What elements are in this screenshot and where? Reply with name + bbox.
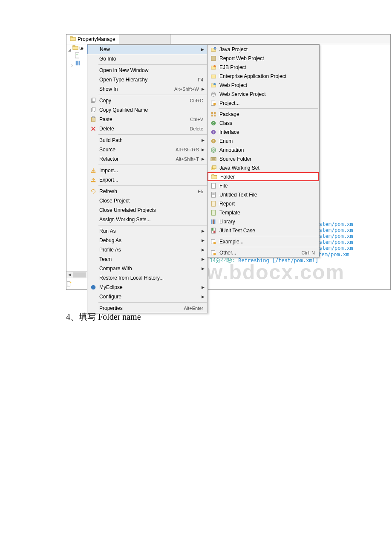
package-explorer[interactable]: te [66, 44, 87, 279]
tree-expand-icon[interactable] [71, 62, 74, 65]
menu-configure[interactable]: Configure▶ [87, 292, 208, 301]
svg-rect-17 [92, 117, 94, 118]
enum-icon: E [209, 138, 218, 144]
console-line: stem/pom.xm [319, 239, 353, 245]
menu-source[interactable]: Source Alt+Shift+S▶ [87, 145, 208, 154]
menu-import[interactable]: Import... [87, 166, 208, 175]
editor-tab-inactive[interactable] [119, 35, 171, 44]
svg-rect-6 [76, 55, 78, 55]
svg-rect-48 [212, 158, 215, 160]
menu-compare-with[interactable]: Compare With▶ [87, 264, 208, 273]
menu-delete[interactable]: Delete Delete [87, 124, 208, 133]
editor-tab[interactable]: PropertyManage [66, 35, 119, 44]
submenu-annotation[interactable]: @ Annotation [208, 145, 319, 154]
submenu-other[interactable]: Other... Ctrl+N [208, 248, 319, 257]
console-line: stem/pom.xm [319, 233, 353, 239]
svg-rect-3 [73, 45, 75, 46]
submenu-junit[interactable]: JUnit Test Case [208, 226, 319, 235]
scroll-left-icon[interactable]: ◀ [66, 272, 72, 278]
svg-rect-10 [67, 281, 70, 286]
svg-rect-64 [213, 231, 215, 233]
menu-refresh[interactable]: Refresh F5 [87, 187, 208, 196]
svg-rect-37 [211, 114, 213, 116]
menu-run-as[interactable]: Run As▶ [87, 226, 208, 236]
report-project-icon [209, 55, 218, 61]
file-icon [209, 183, 218, 189]
svg-rect-57 [212, 201, 216, 206]
menu-go-into[interactable]: Go Into [87, 54, 208, 64]
svg-text:@: @ [212, 148, 215, 151]
submenu-package[interactable]: Package [208, 110, 319, 119]
submenu-enterprise-app[interactable]: Enterprise Application Project [208, 72, 319, 81]
submenu-template[interactable]: Template [208, 208, 319, 217]
svg-rect-50 [212, 165, 216, 168]
menu-build-path[interactable]: Build Path▶ [87, 136, 208, 145]
menu-restore-history[interactable]: Restore from Local History... [87, 273, 208, 283]
package-icon [209, 111, 218, 117]
svg-rect-7 [76, 61, 77, 65]
console-line: stem/pom.xm [319, 245, 353, 251]
svg-rect-66 [213, 242, 216, 244]
svg-rect-21 [91, 181, 96, 182]
svg-rect-35 [211, 112, 213, 113]
menu-assign-working-sets[interactable]: Assign Working Sets... [87, 215, 208, 224]
svg-rect-53 [212, 183, 216, 188]
menu-copy[interactable]: Copy Ctrl+C [87, 96, 208, 105]
menu-close-unrelated[interactable]: Close Unrelated Projects [87, 205, 208, 215]
report-icon [209, 201, 218, 207]
context-menu: New ▶ Go Into Open in New Window Open Ty… [87, 44, 208, 313]
submenu-project[interactable]: Project... [208, 98, 319, 107]
submenu-file[interactable]: File [208, 181, 319, 190]
submenu-enum[interactable]: E Enum [208, 136, 319, 145]
menu-myeclipse[interactable]: MyEclipse▶ [87, 283, 208, 292]
copy-qualified-icon [89, 107, 98, 113]
svg-rect-9 [79, 61, 80, 65]
menu-open-type-hierarchy[interactable]: Open Type Hierarchy F4 [87, 75, 208, 84]
library-icon [209, 219, 218, 225]
menu-copy-qualified[interactable]: Copy Qualified Name [87, 105, 208, 115]
submenu-source-folder[interactable]: Source Folder [208, 154, 319, 163]
tree-collapse-icon[interactable] [68, 46, 72, 50]
menu-profile-as[interactable]: Profile As▶ [87, 245, 208, 254]
submenu-java-working-set[interactable]: Java Working Set [208, 163, 319, 172]
menu-team[interactable]: Team▶ [87, 254, 208, 264]
submenu-example[interactable]: Example... [208, 237, 319, 246]
svg-text:C: C [212, 121, 214, 124]
import-icon [89, 168, 98, 173]
export-icon [89, 177, 98, 183]
submenu-untitled-text[interactable]: Untitled Text File [208, 190, 319, 199]
editor-tab-bar: PropertyManage [66, 35, 390, 44]
svg-point-22 [91, 285, 96, 290]
junit-icon [209, 228, 218, 234]
interface-icon: I [209, 129, 218, 135]
menu-paste[interactable]: Paste Ctrl+V [87, 115, 208, 124]
wizard-icon[interactable] [66, 281, 72, 288]
library-icon [75, 60, 81, 67]
menu-debug-as[interactable]: Debug As▶ [87, 236, 208, 245]
menu-show-in[interactable]: Show In Alt+Shift+W▶ [87, 84, 208, 94]
menu-new[interactable]: New ▶ [87, 45, 208, 54]
svg-text:J: J [214, 47, 215, 49]
menu-open-new-window[interactable]: Open in New Window [87, 66, 208, 75]
submenu-web-service-project[interactable]: Web Service Project [208, 90, 319, 98]
submenu-interface[interactable]: I Interface [208, 127, 319, 136]
svg-rect-1 [70, 36, 72, 38]
svg-point-11 [70, 281, 72, 283]
menu-export[interactable]: Export... [87, 175, 208, 185]
menu-close-project[interactable]: Close Project [87, 196, 208, 205]
submenu-report-web-project[interactable]: Report Web Project [208, 54, 319, 63]
submenu-report[interactable]: Report [208, 199, 319, 208]
submenu-folder[interactable]: Folder [208, 172, 319, 181]
working-set-icon [209, 165, 218, 171]
template-icon [209, 210, 218, 216]
submenu-web-project[interactable]: Web Project [208, 81, 319, 90]
submenu-java-project[interactable]: J Java Project [208, 45, 319, 54]
svg-rect-29 [211, 75, 216, 78]
submenu-library[interactable]: Library [208, 217, 319, 226]
submenu-class[interactable]: C Class [208, 119, 319, 127]
svg-rect-58 [212, 210, 216, 215]
horizontal-scrollbar[interactable]: ◀ [66, 271, 87, 278]
submenu-ejb-project[interactable]: EJB Project [208, 63, 319, 72]
menu-properties[interactable]: Properties Alt+Enter [87, 304, 208, 313]
menu-refactor[interactable]: Refactor Alt+Shift+T▶ [87, 154, 208, 164]
